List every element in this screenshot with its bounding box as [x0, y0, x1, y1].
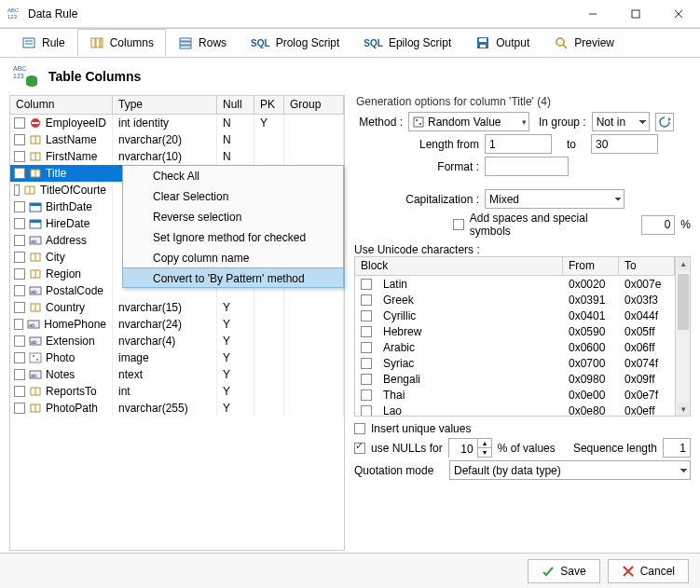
unicode-checkbox[interactable]	[361, 358, 372, 369]
tab-prolog[interactable]: SQL Prolog Script	[239, 29, 351, 57]
row-checkbox[interactable]	[14, 319, 23, 330]
cell-null: Y	[217, 316, 254, 333]
unicode-row[interactable]: Latin0x00200x007e	[355, 276, 675, 292]
table-row[interactable]: LastNamenvarchar(20)N	[10, 131, 344, 148]
unicode-to: 0x044f	[619, 309, 675, 322]
unicode-row[interactable]: Cyrillic0x04010x044f	[355, 308, 675, 323]
table-row[interactable]: EmployeeIDint identityNY	[10, 115, 344, 131]
unicode-checkbox[interactable]	[361, 294, 372, 306]
row-checkbox[interactable]	[14, 185, 20, 196]
seq-input[interactable]	[663, 438, 691, 458]
ctx-clear-selection[interactable]: Clear Selection	[123, 186, 343, 207]
table-row[interactable]: ReportsTointY	[10, 383, 344, 400]
ctx-check-all[interactable]: Check All	[123, 166, 343, 186]
row-checkbox[interactable]	[14, 235, 25, 246]
unicode-checkbox[interactable]	[361, 374, 372, 385]
scroll-up-icon[interactable]: ▴	[678, 257, 689, 270]
unicode-row[interactable]: Lao0x0e800x0eff	[355, 403, 675, 416]
row-checkbox[interactable]	[14, 285, 25, 296]
save-button[interactable]: Save	[528, 559, 599, 583]
unicode-checkbox[interactable]	[361, 279, 372, 290]
unicode-checkbox[interactable]	[361, 310, 372, 321]
col-header-group[interactable]: Group	[284, 96, 344, 114]
unicode-scrollbar[interactable]: ▴ ▾	[675, 257, 690, 416]
ctx-copy-column-name[interactable]: Copy column name	[123, 248, 343, 268]
close-button[interactable]	[657, 0, 700, 28]
cell-type: int	[113, 383, 217, 400]
ingroup-select[interactable]: Not in	[592, 112, 650, 131]
row-checkbox[interactable]	[14, 369, 25, 380]
ctx-set-ignore[interactable]: Set Ignore method for checked	[123, 227, 343, 248]
method-select[interactable]: Random Value ▾	[408, 112, 529, 131]
unicode-row[interactable]: Bengali0x09800x09ff	[355, 371, 675, 387]
cancel-label: Cancel	[640, 565, 675, 578]
use-nulls-label: use NULLs for	[371, 442, 443, 455]
unicode-from: 0x0e00	[563, 389, 619, 402]
cell-type: nvarchar(255)	[113, 400, 217, 417]
tab-rule[interactable]: Rule	[9, 29, 77, 57]
uni-header-from[interactable]: From	[563, 257, 619, 275]
table-row[interactable]: abExtensionnvarchar(4)Y	[10, 333, 344, 349]
tab-output[interactable]: Output	[463, 29, 542, 57]
row-checkbox[interactable]	[14, 302, 25, 313]
unicode-row[interactable]: Syriac0x07000x074f	[355, 355, 675, 371]
spinner-down[interactable]: ▾	[478, 448, 491, 458]
insert-unique-checkbox[interactable]	[354, 423, 365, 434]
maximize-button[interactable]	[614, 0, 657, 28]
row-checkbox[interactable]	[14, 386, 25, 397]
table-row[interactable]: PhotoimageY	[10, 349, 344, 366]
unicode-row[interactable]: Arabic0x06000x06ff	[355, 339, 675, 355]
cap-select[interactable]: Mixed	[485, 189, 625, 209]
row-checkbox[interactable]	[14, 218, 25, 229]
col-header-null[interactable]: Null	[217, 96, 254, 114]
spaces-checkbox[interactable]	[453, 219, 464, 230]
unicode-row[interactable]: Thai0x0e000x0e7f	[355, 387, 675, 403]
table-row[interactable]: PhotoPathnvarchar(255)Y	[10, 400, 344, 417]
use-nulls-checkbox[interactable]	[354, 443, 365, 454]
spaces-pct-input[interactable]	[641, 215, 675, 235]
row-checkbox[interactable]	[14, 352, 25, 363]
row-checkbox[interactable]	[14, 252, 25, 263]
length-from-input[interactable]	[485, 134, 552, 154]
col-header-column[interactable]: Column	[10, 96, 113, 114]
ctx-reverse-selection[interactable]: Reverse selection	[123, 207, 343, 227]
unicode-row[interactable]: Hebrew0x05900x05ff	[355, 323, 675, 339]
scroll-down-icon[interactable]: ▾	[678, 403, 689, 416]
row-checkbox[interactable]	[14, 151, 25, 162]
col-header-pk[interactable]: PK	[254, 96, 284, 114]
row-checkbox[interactable]	[14, 268, 25, 280]
table-row[interactable]: Countrynvarchar(15)Y	[10, 299, 344, 316]
table-row[interactable]: abNotesntextY	[10, 366, 344, 383]
table-row[interactable]: FirstNamenvarchar(10)N	[10, 148, 344, 165]
tab-epilog[interactable]: SQL Epilog Script	[351, 29, 463, 57]
uni-header-block[interactable]: Block	[355, 257, 563, 275]
scroll-thumb[interactable]	[678, 274, 689, 330]
unicode-checkbox[interactable]	[361, 326, 372, 337]
row-checkbox[interactable]	[14, 117, 25, 129]
row-checkbox[interactable]	[14, 403, 25, 414]
tab-preview[interactable]: Preview	[542, 29, 626, 57]
col-header-type[interactable]: Type	[113, 96, 217, 114]
unicode-checkbox[interactable]	[361, 390, 372, 401]
tab-rows[interactable]: Rows	[166, 29, 239, 57]
minimize-button[interactable]	[571, 0, 614, 28]
unicode-row[interactable]: Greek0x03910x03f3	[355, 292, 675, 308]
row-checkbox[interactable]	[14, 134, 25, 145]
length-to-input[interactable]	[591, 134, 658, 154]
unicode-checkbox[interactable]	[361, 405, 372, 417]
spinner-up[interactable]: ▴	[478, 439, 491, 448]
refresh-group-button[interactable]	[655, 113, 674, 131]
svg-point-55	[36, 359, 38, 361]
unicode-checkbox[interactable]	[361, 342, 372, 353]
tab-columns[interactable]: Columns	[77, 29, 166, 57]
uni-header-to[interactable]: To	[619, 257, 675, 275]
table-row[interactable]: abHomePhonenvarchar(24)Y	[10, 316, 344, 333]
ctx-convert-by-pattern[interactable]: Convert to 'By Pattern' method	[122, 267, 344, 288]
cancel-button[interactable]: Cancel	[608, 559, 689, 583]
row-checkbox[interactable]	[14, 168, 25, 179]
quot-select[interactable]: Default (by data type)	[449, 460, 691, 480]
nulls-pct-input[interactable]	[449, 439, 477, 458]
format-input[interactable]	[485, 157, 569, 176]
row-checkbox[interactable]	[14, 201, 25, 212]
row-checkbox[interactable]	[14, 335, 25, 347]
